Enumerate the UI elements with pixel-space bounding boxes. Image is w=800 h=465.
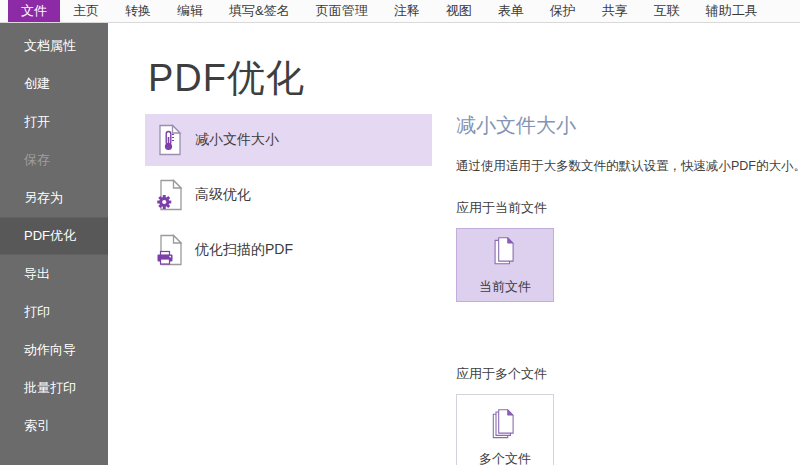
backstage-view: 文档属性 创建 打开 保存 另存为 PDF优化 导出 打印 动作向导 批量打印 … bbox=[0, 23, 800, 465]
panel-heading: 减小文件大小 bbox=[456, 112, 800, 138]
page-title: PDF优化 bbox=[148, 53, 305, 104]
option-advanced-optimization[interactable]: 高级优化 bbox=[145, 169, 432, 221]
stacked-documents-multi-icon bbox=[488, 407, 522, 443]
sidebar-item-open[interactable]: 打开 bbox=[0, 103, 108, 141]
option-reduce-file-size[interactable]: 减小文件大小 bbox=[145, 114, 432, 166]
panel-description: 通过使用适用于大多数文件的默认设置，快速减小PDF的大小。 bbox=[456, 158, 800, 175]
menu-tab-page-organize[interactable]: 页面管理 bbox=[303, 0, 381, 22]
tile-label: 当前文件 bbox=[479, 278, 531, 296]
menu-tab-form[interactable]: 表单 bbox=[485, 0, 537, 22]
sidebar-item-save: 保存 bbox=[0, 141, 108, 179]
doc-printer-icon bbox=[156, 234, 182, 266]
current-file-tile[interactable]: 当前文件 bbox=[456, 228, 554, 302]
menu-tab-file[interactable]: 文件 bbox=[8, 0, 60, 22]
menu-tab-home[interactable]: 主页 bbox=[60, 0, 112, 22]
option-optimize-scanned-pdf[interactable]: 优化扫描的PDF bbox=[145, 224, 432, 276]
sidebar-item-create[interactable]: 创建 bbox=[0, 65, 108, 103]
multiple-files-tile[interactable]: 多个文件 bbox=[456, 394, 554, 465]
menu-tab-convert[interactable]: 转换 bbox=[112, 0, 164, 22]
sidebar-item-document-properties[interactable]: 文档属性 bbox=[0, 27, 108, 65]
section-label-current-file: 应用于当前文件 bbox=[456, 199, 800, 217]
pdf-optimize-page: PDF优化 减小文件大小 bbox=[108, 23, 800, 465]
menu-tab-connect[interactable]: 互联 bbox=[641, 0, 693, 22]
sidebar-item-export[interactable]: 导出 bbox=[0, 255, 108, 293]
doc-gear-icon bbox=[156, 179, 182, 211]
reduce-file-size-panel: 减小文件大小 通过使用适用于大多数文件的默认设置，快速减小PDF的大小。 应用于… bbox=[456, 112, 800, 465]
menu-tab-fill-sign[interactable]: 填写&签名 bbox=[216, 0, 303, 22]
menu-tab-view[interactable]: 视图 bbox=[433, 0, 485, 22]
option-label: 优化扫描的PDF bbox=[195, 241, 293, 259]
option-label: 减小文件大小 bbox=[195, 131, 279, 149]
menu-tab-share[interactable]: 共享 bbox=[589, 0, 641, 22]
sidebar-item-pdf-optimize[interactable]: PDF优化 bbox=[0, 217, 108, 255]
sidebar-item-action-wizard[interactable]: 动作向导 bbox=[0, 331, 108, 369]
menu-tab-protect[interactable]: 保护 bbox=[537, 0, 589, 22]
doc-thermometer-icon bbox=[156, 124, 182, 156]
optimize-option-list: 减小文件大小 高级优化 bbox=[145, 114, 432, 279]
sidebar-item-print[interactable]: 打印 bbox=[0, 293, 108, 331]
sidebar-item-save-as[interactable]: 另存为 bbox=[0, 179, 108, 217]
menu-tab-accessibility[interactable]: 辅助工具 bbox=[693, 0, 771, 22]
menu-tab-comment[interactable]: 注释 bbox=[381, 0, 433, 22]
stacked-documents-icon bbox=[488, 235, 522, 271]
sidebar-item-index[interactable]: 索引 bbox=[0, 407, 108, 445]
section-label-multiple-files: 应用于多个文件 bbox=[456, 365, 800, 383]
file-menu-sidebar: 文档属性 创建 打开 保存 另存为 PDF优化 导出 打印 动作向导 批量打印 … bbox=[0, 23, 108, 465]
sidebar-item-batch-print[interactable]: 批量打印 bbox=[0, 369, 108, 407]
menubar: 文件 主页 转换 编辑 填写&签名 页面管理 注释 视图 表单 保护 共享 互联… bbox=[0, 0, 800, 23]
tile-label: 多个文件 bbox=[479, 450, 531, 465]
menu-tab-edit[interactable]: 编辑 bbox=[164, 0, 216, 22]
option-label: 高级优化 bbox=[195, 186, 251, 204]
